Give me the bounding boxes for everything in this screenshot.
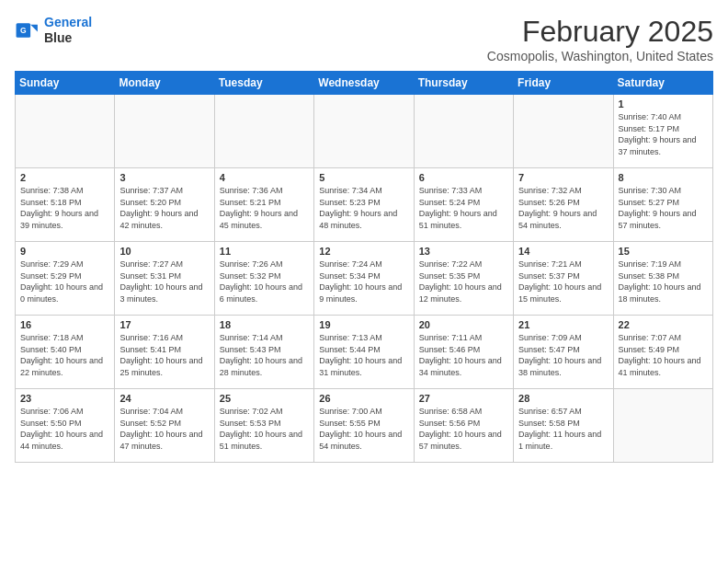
- day-info: Sunrise: 7:16 AM Sunset: 5:41 PM Dayligh…: [119, 332, 209, 378]
- day-info: Sunrise: 6:58 AM Sunset: 5:56 PM Dayligh…: [419, 406, 508, 452]
- day-number: 20: [419, 319, 508, 330]
- calendar-cell: 12Sunrise: 7:24 AM Sunset: 5:34 PM Dayli…: [314, 242, 414, 316]
- day-number: 4: [220, 172, 309, 183]
- calendar-cell: 13Sunrise: 7:22 AM Sunset: 5:35 PM Dayli…: [414, 242, 513, 316]
- day-number: 14: [518, 246, 608, 257]
- calendar-cell: [115, 95, 214, 168]
- day-info: Sunrise: 7:07 AM Sunset: 5:49 PM Dayligh…: [619, 332, 708, 378]
- logo-text: GeneralBlue: [44, 15, 92, 46]
- day-number: 15: [619, 246, 708, 257]
- day-number: 13: [419, 246, 508, 257]
- day-info: Sunrise: 6:57 AM Sunset: 5:58 PM Dayligh…: [518, 406, 608, 452]
- calendar-cell: 8Sunrise: 7:30 AM Sunset: 5:27 PM Daylig…: [613, 168, 712, 242]
- weekday-header-wednesday: Wednesday: [314, 72, 414, 95]
- day-number: 22: [619, 319, 708, 330]
- day-info: Sunrise: 7:34 AM Sunset: 5:23 PM Dayligh…: [319, 185, 408, 231]
- weekday-header-row: SundayMondayTuesdayWednesdayThursdayFrid…: [16, 72, 713, 95]
- day-info: Sunrise: 7:04 AM Sunset: 5:52 PM Dayligh…: [119, 406, 209, 452]
- day-info: Sunrise: 7:36 AM Sunset: 5:21 PM Dayligh…: [220, 185, 309, 231]
- day-number: 17: [119, 319, 209, 330]
- day-number: 3: [119, 172, 209, 183]
- day-info: Sunrise: 7:29 AM Sunset: 5:29 PM Dayligh…: [20, 259, 109, 304]
- day-info: Sunrise: 7:22 AM Sunset: 5:35 PM Dayligh…: [419, 259, 508, 304]
- week-row-3: 16Sunrise: 7:18 AM Sunset: 5:40 PM Dayli…: [16, 316, 713, 389]
- day-info: Sunrise: 7:24 AM Sunset: 5:34 PM Dayligh…: [319, 259, 408, 304]
- day-number: 10: [119, 246, 209, 257]
- day-info: Sunrise: 7:14 AM Sunset: 5:43 PM Dayligh…: [220, 332, 309, 378]
- calendar-table: SundayMondayTuesdayWednesdayThursdayFrid…: [15, 71, 713, 463]
- calendar-cell: 15Sunrise: 7:19 AM Sunset: 5:38 PM Dayli…: [613, 242, 712, 316]
- day-number: 11: [220, 246, 309, 257]
- week-row-1: 2Sunrise: 7:38 AM Sunset: 5:18 PM Daylig…: [16, 168, 713, 242]
- calendar-cell: 17Sunrise: 7:16 AM Sunset: 5:41 PM Dayli…: [115, 316, 214, 389]
- svg-marker-2: [30, 25, 38, 32]
- day-number: 19: [319, 319, 408, 330]
- calendar-cell: [314, 95, 414, 168]
- day-number: 7: [518, 172, 608, 183]
- title-section: February 2025 Cosmopolis, Washington, Un…: [487, 15, 713, 63]
- calendar-cell: 14Sunrise: 7:21 AM Sunset: 5:37 PM Dayli…: [514, 242, 613, 316]
- logo-icon: G: [15, 17, 40, 43]
- day-number: 12: [319, 246, 408, 257]
- day-info: Sunrise: 7:27 AM Sunset: 5:31 PM Dayligh…: [119, 259, 209, 304]
- weekday-header-saturday: Saturday: [613, 72, 712, 95]
- calendar-cell: 28Sunrise: 6:57 AM Sunset: 5:58 PM Dayli…: [514, 389, 613, 463]
- week-row-0: 1Sunrise: 7:40 AM Sunset: 5:17 PM Daylig…: [16, 95, 713, 168]
- day-number: 25: [220, 393, 309, 404]
- day-info: Sunrise: 7:26 AM Sunset: 5:32 PM Dayligh…: [220, 259, 309, 304]
- weekday-header-friday: Friday: [514, 72, 613, 95]
- day-number: 24: [119, 393, 209, 404]
- weekday-header-thursday: Thursday: [414, 72, 513, 95]
- weekday-header-tuesday: Tuesday: [214, 72, 313, 95]
- calendar-cell: 25Sunrise: 7:02 AM Sunset: 5:53 PM Dayli…: [214, 389, 313, 463]
- calendar-cell: [414, 95, 513, 168]
- day-number: 8: [619, 172, 708, 183]
- day-info: Sunrise: 7:30 AM Sunset: 5:27 PM Dayligh…: [619, 185, 708, 231]
- calendar-cell: 11Sunrise: 7:26 AM Sunset: 5:32 PM Dayli…: [214, 242, 313, 316]
- day-info: Sunrise: 7:37 AM Sunset: 5:20 PM Dayligh…: [119, 185, 209, 231]
- weekday-header-monday: Monday: [115, 72, 214, 95]
- calendar-cell: 10Sunrise: 7:27 AM Sunset: 5:31 PM Dayli…: [115, 242, 214, 316]
- day-number: 18: [220, 319, 309, 330]
- calendar-cell: 5Sunrise: 7:34 AM Sunset: 5:23 PM Daylig…: [314, 168, 414, 242]
- day-info: Sunrise: 7:11 AM Sunset: 5:46 PM Dayligh…: [419, 332, 508, 378]
- calendar-cell: 23Sunrise: 7:06 AM Sunset: 5:50 PM Dayli…: [16, 389, 115, 463]
- calendar-cell: [16, 95, 115, 168]
- calendar-cell: [613, 389, 712, 463]
- day-number: 23: [20, 393, 109, 404]
- svg-text:G: G: [20, 26, 27, 35]
- day-info: Sunrise: 7:02 AM Sunset: 5:53 PM Dayligh…: [220, 406, 309, 452]
- day-info: Sunrise: 7:00 AM Sunset: 5:55 PM Dayligh…: [319, 406, 408, 452]
- logo: G GeneralBlue: [15, 15, 92, 46]
- calendar-cell: 19Sunrise: 7:13 AM Sunset: 5:44 PM Dayli…: [314, 316, 414, 389]
- calendar-cell: 9Sunrise: 7:29 AM Sunset: 5:29 PM Daylig…: [16, 242, 115, 316]
- calendar-cell: 21Sunrise: 7:09 AM Sunset: 5:47 PM Dayli…: [514, 316, 613, 389]
- day-number: 16: [20, 319, 109, 330]
- calendar-cell: [514, 95, 613, 168]
- week-row-2: 9Sunrise: 7:29 AM Sunset: 5:29 PM Daylig…: [16, 242, 713, 316]
- calendar-cell: 4Sunrise: 7:36 AM Sunset: 5:21 PM Daylig…: [214, 168, 313, 242]
- calendar-cell: 2Sunrise: 7:38 AM Sunset: 5:18 PM Daylig…: [16, 168, 115, 242]
- week-row-4: 23Sunrise: 7:06 AM Sunset: 5:50 PM Dayli…: [16, 389, 713, 463]
- day-info: Sunrise: 7:09 AM Sunset: 5:47 PM Dayligh…: [518, 332, 608, 378]
- day-info: Sunrise: 7:33 AM Sunset: 5:24 PM Dayligh…: [419, 185, 508, 231]
- day-number: 28: [518, 393, 608, 404]
- calendar-cell: 20Sunrise: 7:11 AM Sunset: 5:46 PM Dayli…: [414, 316, 513, 389]
- day-number: 27: [419, 393, 508, 404]
- calendar-cell: 6Sunrise: 7:33 AM Sunset: 5:24 PM Daylig…: [414, 168, 513, 242]
- calendar-cell: 3Sunrise: 7:37 AM Sunset: 5:20 PM Daylig…: [115, 168, 214, 242]
- day-info: Sunrise: 7:40 AM Sunset: 5:17 PM Dayligh…: [619, 111, 708, 157]
- calendar-cell: 22Sunrise: 7:07 AM Sunset: 5:49 PM Dayli…: [613, 316, 712, 389]
- day-info: Sunrise: 7:19 AM Sunset: 5:38 PM Dayligh…: [619, 259, 708, 304]
- day-number: 21: [518, 319, 608, 330]
- calendar-cell: 16Sunrise: 7:18 AM Sunset: 5:40 PM Dayli…: [16, 316, 115, 389]
- calendar-title: February 2025: [487, 15, 713, 49]
- calendar-cell: 1Sunrise: 7:40 AM Sunset: 5:17 PM Daylig…: [613, 95, 712, 168]
- day-number: 5: [319, 172, 408, 183]
- day-info: Sunrise: 7:21 AM Sunset: 5:37 PM Dayligh…: [518, 259, 608, 304]
- day-number: 9: [20, 246, 109, 257]
- calendar-cell: 27Sunrise: 6:58 AM Sunset: 5:56 PM Dayli…: [414, 389, 513, 463]
- calendar-cell: 7Sunrise: 7:32 AM Sunset: 5:26 PM Daylig…: [514, 168, 613, 242]
- calendar-cell: [214, 95, 313, 168]
- day-number: 1: [619, 98, 708, 109]
